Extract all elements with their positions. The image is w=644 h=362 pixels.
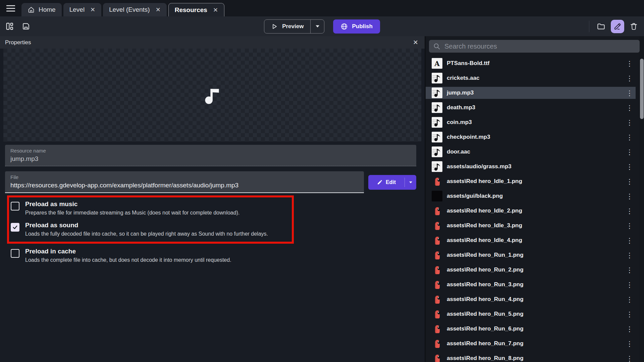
resource-name: assets\Red hero_Run_5.png — [447, 311, 524, 317]
resource-name: assets\Red hero_Idle_4.png — [447, 237, 522, 244]
resource-name: assets\Red hero_Idle_1.png — [447, 178, 522, 185]
tab-level-events[interactable]: Level (Events) ✕ — [103, 3, 167, 16]
resource-name-input[interactable] — [10, 155, 411, 163]
audio-file-icon — [432, 146, 442, 157]
file-url-input[interactable] — [10, 182, 359, 189]
close-tab-icon[interactable]: ✕ — [156, 6, 161, 13]
preload-option-row: Preload in cacheLoads the complete file … — [11, 245, 416, 266]
kebab-menu-icon[interactable]: ⋮ — [626, 148, 634, 156]
tab-level[interactable]: Level ✕ — [63, 3, 102, 16]
resource-name: assets\Red hero_Idle_3.png — [447, 222, 522, 229]
trash-icon[interactable] — [630, 22, 638, 31]
list-item[interactable]: assets/audio/grass.mp3⋮ — [426, 161, 636, 173]
kebab-menu-icon[interactable]: ⋮ — [626, 178, 634, 185]
kebab-menu-icon[interactable]: ⋮ — [626, 207, 634, 215]
kebab-menu-icon[interactable]: ⋮ — [626, 193, 634, 200]
music-note-icon — [202, 85, 222, 106]
preview-button[interactable]: Preview — [264, 19, 324, 34]
tab-bar: Home Level ✕ Level (Events) ✕ Resources … — [0, 0, 644, 16]
kebab-menu-icon[interactable]: ⋮ — [626, 89, 634, 97]
kebab-menu-icon[interactable]: ⋮ — [626, 296, 634, 303]
list-item[interactable]: jump.mp3⋮ — [426, 87, 636, 99]
close-tab-icon[interactable]: ✕ — [213, 6, 218, 14]
list-item[interactable]: checkpoint.mp3⋮ — [426, 131, 636, 143]
resource-name-field[interactable]: Resource name — [5, 145, 416, 166]
list-item[interactable]: APTSans-Bold.ttf⋮ — [426, 57, 636, 69]
list-item[interactable]: door.aac⋮ — [426, 146, 636, 158]
list-item[interactable]: assets\Red hero_Run_8.png⋮ — [426, 352, 636, 362]
list-item[interactable]: assets\Red hero_Run_2.png⋮ — [426, 264, 636, 276]
tab-home[interactable]: Home — [21, 3, 62, 16]
scrollbar-thumb[interactable] — [640, 59, 644, 119]
layout-panels-icon[interactable] — [5, 22, 14, 31]
option-label[interactable]: Preload as sound — [25, 221, 268, 229]
kebab-menu-icon[interactable]: ⋮ — [626, 325, 634, 333]
open-folder-icon[interactable] — [597, 22, 605, 31]
kebab-menu-icon[interactable]: ⋮ — [626, 237, 634, 244]
close-tab-icon[interactable]: ✕ — [90, 6, 95, 13]
list-item[interactable]: assets\Red hero_Run_3.png⋮ — [426, 279, 636, 291]
list-item[interactable]: assets\Red hero_Idle_2.png⋮ — [426, 205, 636, 217]
option-label[interactable]: Preload as music — [25, 200, 239, 208]
save-icon[interactable] — [22, 22, 30, 31]
list-item[interactable]: assets\Red hero_Idle_1.png⋮ — [426, 175, 636, 187]
field-label: Resource name — [10, 148, 411, 154]
tab-resources[interactable]: Resources ✕ — [168, 3, 224, 16]
checkbox-checked[interactable] — [11, 223, 19, 232]
kebab-menu-icon[interactable]: ⋮ — [626, 75, 634, 82]
list-item[interactable]: assets/gui/black.png⋮ — [426, 190, 636, 202]
kebab-menu-icon[interactable]: ⋮ — [626, 222, 634, 229]
list-item[interactable]: coin.mp3⋮ — [426, 116, 636, 128]
kebab-menu-icon[interactable]: ⋮ — [626, 104, 634, 111]
tab-label: Level (Events) — [109, 6, 150, 13]
kebab-menu-icon[interactable]: ⋮ — [626, 60, 634, 67]
kebab-menu-icon[interactable]: ⋮ — [626, 119, 634, 126]
list-item[interactable]: assets\Red hero_Run_1.png⋮ — [426, 249, 636, 261]
list-item[interactable]: assets\Red hero_Idle_3.png⋮ — [426, 220, 636, 232]
preview-dropdown-button[interactable] — [311, 20, 324, 33]
tab-label: Resources — [175, 6, 207, 14]
list-item[interactable]: assets\Red hero_Run_6.png⋮ — [426, 323, 636, 335]
search-input[interactable] — [444, 43, 636, 50]
list-item[interactable]: death.mp3⋮ — [426, 102, 636, 114]
black-image-icon — [432, 191, 442, 201]
panel-title: Properties — [5, 39, 31, 46]
kebab-menu-icon[interactable]: ⋮ — [626, 163, 634, 170]
annotation-highlight-rectangle: Preload as musicPrepares the file for im… — [7, 195, 294, 244]
audio-file-icon — [432, 73, 442, 83]
audio-file-icon — [432, 117, 442, 128]
edit-button[interactable]: Edit — [368, 175, 416, 190]
kebab-menu-icon[interactable]: ⋮ — [626, 266, 634, 274]
search-bar[interactable] — [429, 40, 640, 53]
edit-dropdown-button[interactable] — [405, 175, 416, 190]
red-hero-sprite-icon — [432, 264, 442, 275]
edit-mode-icon[interactable] — [611, 20, 624, 33]
list-item[interactable]: assets\Red hero_Idle_4.png⋮ — [426, 234, 636, 246]
home-icon — [28, 6, 35, 13]
option-label[interactable]: Preload in cache — [25, 247, 231, 255]
toolbar: Preview Publish — [0, 16, 644, 36]
kebab-menu-icon[interactable]: ⋮ — [626, 134, 634, 141]
list-item[interactable]: assets\Red hero_Run_5.png⋮ — [426, 308, 636, 320]
checkbox-unchecked[interactable] — [11, 249, 19, 258]
kebab-menu-icon[interactable]: ⋮ — [626, 252, 634, 259]
list-item[interactable]: assets\Red hero_Run_4.png⋮ — [426, 293, 636, 305]
kebab-menu-icon[interactable]: ⋮ — [626, 355, 634, 362]
publish-label: Publish — [352, 23, 372, 30]
kebab-menu-icon[interactable]: ⋮ — [626, 281, 634, 288]
kebab-menu-icon[interactable]: ⋮ — [626, 311, 634, 318]
file-field[interactable]: File — [5, 171, 364, 193]
option-description: Prepares the file for immediate streamin… — [25, 209, 239, 216]
kebab-menu-icon[interactable]: ⋮ — [626, 340, 634, 347]
resource-preview — [3, 49, 421, 141]
list-item[interactable]: assets\Red hero_Run_7.png⋮ — [426, 338, 636, 350]
checkbox-unchecked[interactable] — [11, 202, 19, 210]
resource-name: assets\Red hero_Run_1.png — [447, 252, 524, 258]
publish-button[interactable]: Publish — [333, 19, 380, 34]
list-item[interactable]: crickets.aac⋮ — [426, 72, 636, 84]
hamburger-menu-icon[interactable] — [4, 2, 17, 15]
search-icon — [433, 43, 440, 50]
close-panel-icon[interactable]: ✕ — [413, 39, 418, 46]
option-description: Loads the fully decoded file into cache,… — [25, 231, 268, 237]
red-hero-sprite-icon — [432, 235, 442, 246]
